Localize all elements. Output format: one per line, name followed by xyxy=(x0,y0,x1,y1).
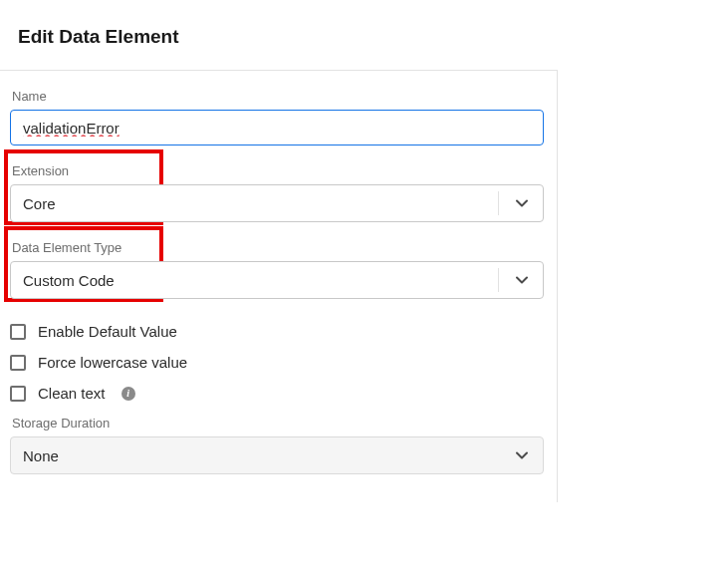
name-block: Name xyxy=(10,89,547,145)
name-label: Name xyxy=(12,89,547,104)
data-element-type-select[interactable]: Custom Code xyxy=(10,261,544,299)
chevron-down-icon xyxy=(515,273,529,287)
extension-block: Extension Core xyxy=(10,163,547,222)
form-panel: Name Extension Core Data Element Type Cu… xyxy=(0,70,558,502)
extension-value: Core xyxy=(23,195,56,212)
enable-default-checkbox-row[interactable]: Enable Default Value xyxy=(10,323,547,340)
storage-duration-block: Storage Duration None xyxy=(10,416,547,474)
info-icon[interactable]: i xyxy=(121,387,135,401)
enable-default-label: Enable Default Value xyxy=(38,323,177,340)
chevron-down-icon xyxy=(515,448,529,462)
force-lowercase-checkbox-row[interactable]: Force lowercase value xyxy=(10,354,547,371)
data-element-type-block: Data Element Type Custom Code xyxy=(10,240,547,299)
divider xyxy=(498,268,499,292)
clean-text-checkbox-row[interactable]: Clean text i xyxy=(10,385,547,402)
checkbox-icon xyxy=(10,355,26,371)
storage-duration-label: Storage Duration xyxy=(12,416,547,431)
storage-duration-value: None xyxy=(23,447,59,464)
data-element-type-label: Data Element Type xyxy=(12,240,547,255)
checkbox-icon xyxy=(10,386,26,402)
chevron-down-icon xyxy=(515,196,529,210)
extension-label: Extension xyxy=(12,163,547,178)
force-lowercase-label: Force lowercase value xyxy=(38,354,187,371)
checkbox-icon xyxy=(10,324,26,340)
page-title: Edit Data Element xyxy=(0,0,728,70)
clean-text-label: Clean text xyxy=(38,385,106,402)
divider xyxy=(498,191,499,215)
storage-duration-select[interactable]: None xyxy=(10,436,544,474)
data-element-type-value: Custom Code xyxy=(23,272,115,289)
extension-select[interactable]: Core xyxy=(10,184,544,222)
name-input[interactable] xyxy=(10,110,544,145)
